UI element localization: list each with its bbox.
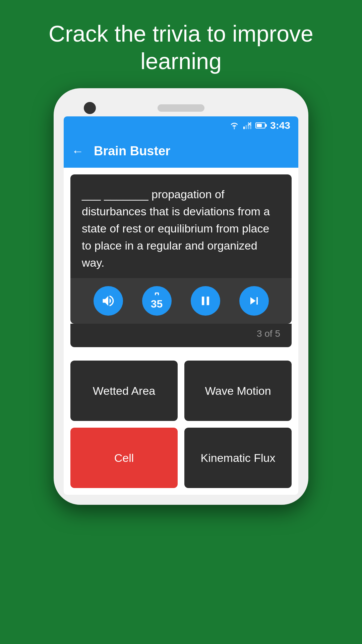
answer-cell[interactable]: Cell bbox=[70, 428, 178, 488]
answer-wetted-area-label: Wetted Area bbox=[93, 384, 156, 397]
sound-button[interactable] bbox=[94, 286, 123, 316]
pause-button[interactable] bbox=[191, 286, 220, 316]
phone-camera bbox=[84, 102, 96, 114]
timer-top-icon bbox=[155, 292, 159, 295]
app-bar-title: Brain Buster bbox=[94, 144, 170, 158]
answer-wetted-area[interactable]: Wetted Area bbox=[70, 361, 178, 421]
answer-cell-label: Cell bbox=[114, 451, 134, 465]
sound-icon bbox=[101, 293, 116, 308]
answer-grid: Wetted Area Wave Motion Cell Kinematic F… bbox=[64, 354, 298, 495]
answer-kinematic-flux-label: Kinematic Flux bbox=[201, 451, 276, 465]
card-counter: 3 of 5 bbox=[257, 328, 280, 339]
signal-icon bbox=[243, 122, 252, 129]
phone-mockup: 3:43 ← Brain Buster ___ _______ propagat… bbox=[54, 88, 308, 505]
question-card: ___ _______ propagation of disturbances … bbox=[70, 174, 292, 347]
phone-screen: 3:43 ← Brain Buster ___ _______ propagat… bbox=[64, 116, 298, 495]
answer-kinematic-flux[interactable]: Kinematic Flux bbox=[184, 428, 292, 488]
pause-icon bbox=[198, 293, 213, 308]
svg-point-0 bbox=[234, 128, 235, 129]
wifi-icon bbox=[229, 122, 239, 129]
answer-wave-motion-label: Wave Motion bbox=[205, 384, 271, 397]
svg-rect-2 bbox=[245, 125, 247, 129]
svg-rect-1 bbox=[243, 126, 245, 129]
question-text: ___ _______ propagation of disturbances … bbox=[82, 186, 280, 278]
controls-bar: 35 bbox=[70, 278, 292, 324]
skip-button[interactable] bbox=[239, 286, 269, 316]
page-headline: Crack the trivia to improve learning bbox=[0, 0, 362, 88]
phone-top-bar bbox=[64, 98, 298, 116]
phone-speaker bbox=[158, 104, 204, 112]
answer-wave-motion[interactable]: Wave Motion bbox=[184, 361, 292, 421]
timer-value: 35 bbox=[151, 299, 163, 309]
status-icons bbox=[229, 122, 265, 129]
skip-icon bbox=[247, 293, 261, 308]
status-time: 3:43 bbox=[270, 120, 290, 131]
back-button[interactable]: ← bbox=[72, 144, 84, 158]
app-bar: ← Brain Buster bbox=[64, 135, 298, 168]
status-bar: 3:43 bbox=[64, 116, 298, 135]
timer-button[interactable]: 35 bbox=[142, 286, 172, 316]
battery-icon bbox=[255, 122, 265, 128]
